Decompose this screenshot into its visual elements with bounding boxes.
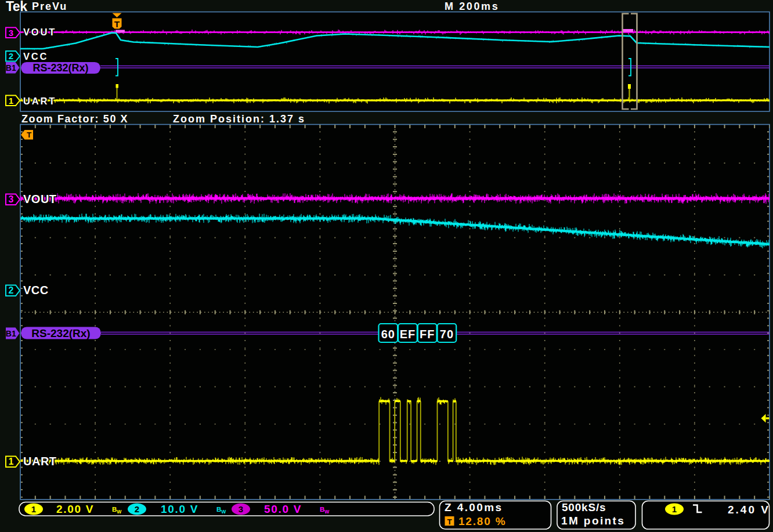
svg-text:M 200ms: M 200ms	[445, 1, 499, 12]
svg-text:12.80 %: 12.80 %	[458, 515, 506, 527]
svg-text:2: 2	[9, 285, 14, 295]
svg-text:3: 3	[9, 194, 14, 204]
svg-text:1: 1	[672, 504, 677, 514]
svg-text:50.0 V: 50.0 V	[264, 503, 302, 515]
svg-text:EF: EF	[400, 328, 416, 341]
svg-text:500kS/s: 500kS/s	[562, 501, 606, 513]
svg-text:10.0 V: 10.0 V	[161, 503, 198, 515]
svg-text:VCC: VCC	[23, 51, 48, 61]
svg-text:VOUT: VOUT	[23, 27, 56, 37]
svg-text:3: 3	[9, 28, 13, 38]
svg-text:3: 3	[239, 504, 243, 514]
svg-text:Zoom Position: 1.37 s: Zoom Position: 1.37 s	[173, 113, 305, 125]
svg-text:RS-232(Rx): RS-232(Rx)	[31, 327, 90, 339]
svg-text:T: T	[114, 19, 120, 29]
svg-text:2: 2	[135, 504, 139, 514]
svg-text:UART: UART	[23, 455, 57, 468]
svg-text:60: 60	[381, 328, 395, 341]
svg-text:Zoom Factor: 50 X: Zoom Factor: 50 X	[21, 113, 128, 125]
svg-text:B1: B1	[6, 63, 16, 73]
svg-text:VOUT: VOUT	[23, 193, 57, 205]
svg-text:RS-232(Rx): RS-232(Rx)	[32, 62, 88, 74]
svg-text:2.00 V: 2.00 V	[56, 503, 94, 515]
svg-text:2: 2	[9, 51, 13, 61]
svg-text:B1: B1	[6, 329, 16, 338]
svg-text:2.40 V: 2.40 V	[728, 504, 770, 516]
svg-text:VCC: VCC	[23, 284, 49, 296]
svg-text:1M points: 1M points	[561, 515, 625, 527]
svg-text:70: 70	[440, 328, 454, 341]
svg-text:UART: UART	[23, 96, 56, 106]
svg-text:1: 1	[31, 504, 36, 514]
svg-text:PreVu: PreVu	[32, 1, 67, 12]
svg-text:FF: FF	[420, 328, 435, 341]
svg-text:T: T	[27, 131, 32, 139]
svg-text:Tek: Tek	[6, 0, 27, 14]
svg-text:Z 4.00ms: Z 4.00ms	[445, 501, 503, 513]
svg-text:1: 1	[9, 457, 14, 466]
svg-text:1: 1	[9, 96, 13, 106]
svg-text:T: T	[447, 517, 452, 526]
